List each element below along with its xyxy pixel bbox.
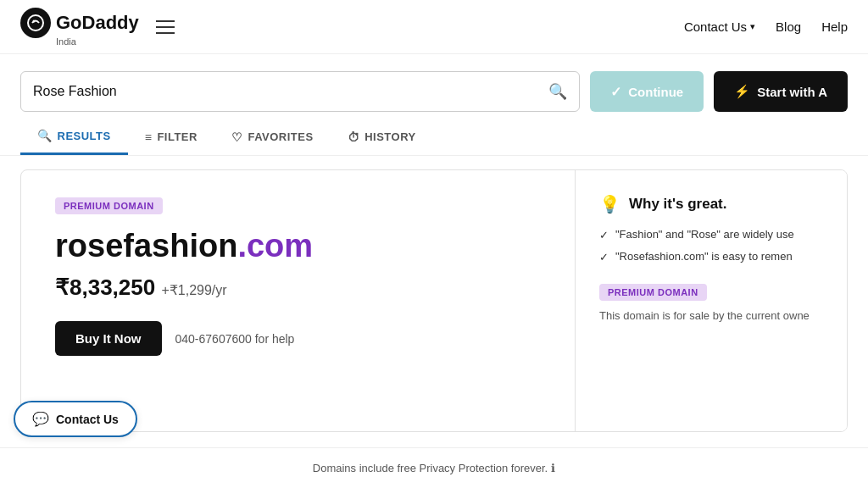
blog-link[interactable]: Blog: [776, 19, 801, 34]
tab-results[interactable]: 🔍 RESULTS: [20, 122, 128, 155]
tab-favorites-label: FAVORITES: [248, 130, 313, 143]
domain-base: rosefashion: [55, 228, 237, 263]
header: GoDaddy India Contact Us ▾ Blog Help: [0, 0, 868, 54]
svg-point-1: [33, 19, 36, 22]
why-item-2: ✓ "Rosefashion.com" is easy to remen: [599, 250, 823, 263]
search-area: 🔍 ✓ Continue ⚡ Start with A: [0, 54, 868, 112]
buy-now-button[interactable]: Buy It Now: [55, 321, 162, 356]
privacy-text: Domains include free Privacy Protection …: [313, 462, 555, 474]
chat-icon: 💬: [32, 411, 49, 427]
start-button[interactable]: ⚡ Start with A: [714, 71, 848, 112]
contact-us-float-button[interactable]: 💬 Contact Us: [14, 401, 137, 437]
contact-us-float-label: Contact Us: [56, 413, 119, 426]
check-icon-2: ✓: [599, 251, 609, 263]
results-icon: 🔍: [37, 129, 53, 142]
logo-sub: India: [56, 36, 76, 47]
domain-sale-text: This domain is for sale by the current o…: [599, 309, 823, 322]
logo[interactable]: GoDaddy: [20, 8, 139, 38]
search-box: 🔍: [20, 71, 580, 112]
logo-wrap: GoDaddy India: [20, 8, 139, 47]
tab-results-label: RESULTS: [58, 130, 111, 142]
why-great-text: Why it's great.: [629, 196, 727, 213]
tabs-bar: 🔍 RESULTS ≡ FILTER ♡ FAVORITES ⏱ HISTORY: [0, 112, 868, 156]
why-item-1: ✓ "Fashion" and "Rose" are widely use: [599, 228, 823, 241]
buy-row: Buy It Now 040-67607600 for help: [55, 321, 541, 356]
lightning-icon: ⚡: [734, 84, 750, 99]
header-right: Contact Us ▾ Blog Help: [684, 19, 848, 34]
help-phone: 040-67607600 for help: [175, 332, 295, 346]
right-premium-badge: PREMIUM DOMAIN: [599, 284, 707, 301]
contact-us-nav[interactable]: Contact Us ▾: [684, 19, 755, 34]
chevron-down-icon: ▾: [750, 21, 755, 32]
info-icon: ℹ: [551, 462, 555, 474]
tab-history-label: HISTORY: [364, 130, 416, 143]
premium-badge: PREMIUM DOMAIN: [55, 197, 163, 214]
footer-bar: Domains include free Privacy Protection …: [0, 447, 868, 488]
svg-point-0: [28, 15, 43, 30]
domain-name: rosefashion.com: [55, 228, 541, 264]
filter-icon: ≡: [145, 130, 153, 144]
check-icon-1: ✓: [599, 229, 609, 241]
continue-button[interactable]: ✓ Continue: [590, 71, 704, 112]
tab-filter-label: FILTER: [157, 130, 198, 143]
domain-left-panel: PREMIUM DOMAIN rosefashion.com ₹8,33,250…: [21, 170, 576, 431]
privacy-label: Domains include free Privacy Protection …: [313, 462, 548, 474]
continue-label: Continue: [628, 85, 683, 99]
hamburger-menu[interactable]: [153, 17, 178, 37]
header-left: GoDaddy India: [20, 8, 178, 47]
search-input[interactable]: [33, 84, 548, 99]
domain-right-panel: 💡 Why it's great. ✓ "Fashion" and "Rose"…: [576, 170, 847, 431]
why-item-2-text: "Rosefashion.com" is easy to remen: [615, 250, 793, 263]
check-icon: ✓: [610, 84, 621, 100]
renewal-price: +₹1,299/yr: [161, 283, 226, 297]
domain-price: ₹8,33,250 +₹1,299/yr: [55, 274, 541, 301]
history-icon: ⏱: [348, 130, 360, 144]
tab-history[interactable]: ⏱ HISTORY: [331, 124, 433, 154]
bulb-icon: 💡: [599, 194, 620, 214]
heart-icon: ♡: [231, 130, 243, 144]
tab-filter[interactable]: ≡ FILTER: [128, 124, 214, 154]
logo-icon: [20, 8, 51, 38]
logo-text-label: GoDaddy: [56, 12, 139, 34]
why-item-1-text: "Fashion" and "Rose" are widely use: [615, 228, 794, 241]
price-value: ₹8,33,250: [55, 274, 155, 300]
why-great-title: 💡 Why it's great.: [599, 194, 823, 214]
start-label: Start with A: [757, 85, 827, 99]
help-link[interactable]: Help: [821, 19, 848, 34]
domain-card: PREMIUM DOMAIN rosefashion.com ₹8,33,250…: [20, 169, 848, 432]
tab-favorites[interactable]: ♡ FAVORITES: [214, 124, 331, 154]
domain-tld: .com: [237, 228, 313, 263]
contact-us-label: Contact Us: [684, 19, 747, 34]
search-button[interactable]: 🔍: [548, 82, 567, 101]
